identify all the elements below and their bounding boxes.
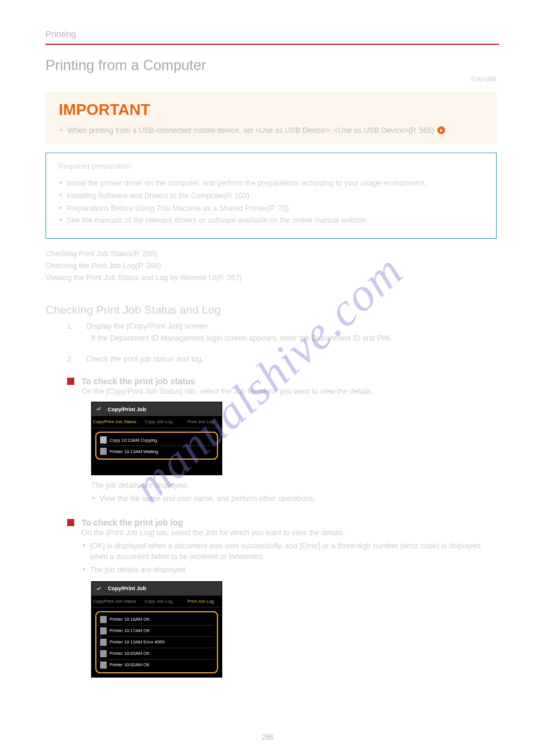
detail-note: The job details are displayed.	[91, 480, 497, 491]
screenshot-body: Copy 10:13AM Copying Printer 10:13AM Wai…	[92, 428, 222, 475]
printer-icon	[100, 639, 107, 646]
screenshot-body: Printer 10:18AM OK Printer 10:17AM OK Pr…	[92, 608, 222, 677]
job-row: Printer 10:03AM OK	[99, 648, 214, 660]
anchor-link[interactable]: Viewing the Print Job Status and Log by …	[46, 274, 497, 282]
prep-title: Required preparation	[58, 162, 484, 171]
tab-copy-log: Copy Job Log	[138, 596, 180, 607]
highlight-frame: Printer 10:18AM OK Printer 10:17AM OK Pr…	[95, 611, 218, 673]
screenshot-titlebar: ⤶ Copy/Print Job	[92, 582, 222, 596]
printer-icon	[100, 650, 107, 657]
prep-item: Installing Software and Drivers to the C…	[58, 190, 484, 202]
screenshot-titlebar: ⤶ Copy/Print Job	[92, 402, 222, 416]
job-text: Printer 10:13AM Error #099	[110, 639, 165, 645]
screenshot-title: Copy/Print Job	[108, 585, 146, 591]
printer-icon	[100, 661, 107, 669]
job-text: Printer 10:17AM OK	[110, 628, 150, 633]
detail-bullet: View the file name and user name, and pe…	[91, 493, 497, 504]
printer-icon	[100, 616, 107, 623]
job-text: Printer 10:13AM Waiting	[110, 449, 158, 454]
prep-item: Preparations Before Using This Machine a…	[58, 203, 484, 214]
screenshot-tabs: Copy/Print Job Status Copy Job Log Print…	[92, 416, 222, 428]
printer-icon	[100, 448, 107, 455]
step-2: 2 Check the print job status and log.	[67, 354, 497, 363]
job-row: Printer 10:17AM OK	[99, 626, 214, 637]
screenshot-title: Copy/Print Job	[108, 406, 146, 412]
job-text: Copy 10:13AM Copying	[110, 438, 157, 443]
subsection-status: To check the print job status	[67, 377, 497, 386]
play-icon	[437, 126, 445, 134]
anchor-link[interactable]: Checking Print Job Status(P. 266)	[46, 250, 497, 258]
log-bullet: The job details are displayed.	[81, 564, 497, 575]
important-heading: IMPORTANT	[59, 101, 483, 119]
revision-code: 524J-05K	[0, 76, 535, 83]
anchor-link[interactable]: Checking the Print Job Log(P. 266)	[46, 262, 497, 270]
tab-copy-log: Copy Job Log	[138, 416, 180, 427]
section-heading: Checking Print Job Status and Log	[46, 303, 497, 317]
printer-icon	[100, 627, 107, 634]
step-number: 1	[67, 321, 84, 330]
important-text: When printing from a USB-connected mobil…	[67, 126, 434, 135]
screenshot-job-status: ⤶ Copy/Print Job Copy/Print Job Status C…	[91, 402, 222, 475]
log-bullet: [OK] is displayed when a document was se…	[81, 541, 497, 562]
page-title: Printing from a Computer	[0, 45, 535, 75]
important-callout: IMPORTANT When printing from a USB-conne…	[46, 92, 497, 144]
subsection-desc: On the [Copy/Print Job Status] tab, sele…	[81, 387, 497, 396]
tab-status: Copy/Print Job Status	[92, 416, 138, 427]
highlight-frame: Copy 10:13AM Copying Printer 10:13AM Wai…	[95, 432, 218, 460]
step-text: Display the [Copy/Print Job] screen.	[86, 321, 210, 330]
job-row: Copy 10:13AM Copying	[99, 435, 214, 446]
page-header: Printing	[0, 0, 535, 44]
subsection-desc: On the [Print Job Log] tab, select the J…	[81, 529, 497, 537]
job-text: Printer 10:02AM OK	[110, 662, 150, 667]
preparation-box: Required preparation Install the printer…	[46, 153, 497, 239]
job-row: Printer 10:02AM OK	[99, 660, 214, 670]
tab-status: Copy/Print Job Status	[92, 596, 138, 607]
step-number: 2	[67, 354, 84, 363]
prep-item: Install the printer driver on the comput…	[58, 178, 484, 189]
copy-icon	[100, 436, 107, 444]
job-row: Printer 10:13AM Waiting	[99, 446, 214, 457]
back-icon: ⤶	[96, 405, 104, 413]
job-text: Printer 10:03AM OK	[110, 651, 150, 656]
back-icon: ⤶	[96, 585, 104, 593]
screenshot-job-log: ⤶ Copy/Print Job Copy/Print Job Status C…	[91, 581, 222, 678]
important-bullet: When printing from a USB-connected mobil…	[59, 125, 483, 136]
section-anchors: Checking Print Job Status(P. 266) Checki…	[46, 250, 497, 282]
tab-print-log: Print Job Log	[180, 416, 222, 427]
job-row: Printer 10:13AM Error #099	[99, 637, 214, 648]
tab-print-log: Print Job Log	[180, 596, 222, 607]
job-row: Printer 10:18AM OK	[99, 614, 214, 626]
prep-item: See the manuals of the relevant drivers …	[58, 215, 484, 226]
step-1: 1 Display the [Copy/Print Job] screen.	[67, 321, 497, 330]
screenshot-tabs: Copy/Print Job Status Copy Job Log Print…	[92, 596, 222, 608]
job-text: Printer 10:18AM OK	[110, 617, 150, 622]
page-number: 266	[0, 733, 535, 742]
subsection-log: To check the print job log	[67, 518, 497, 527]
step-note: If the Department ID Management login sc…	[91, 333, 497, 344]
step-text: Check the print job status and log.	[86, 354, 204, 363]
